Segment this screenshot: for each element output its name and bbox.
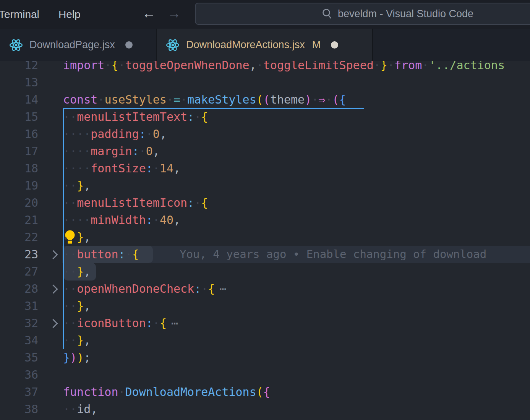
nav-back-icon[interactable]: ← bbox=[142, 0, 156, 29]
code-line-38[interactable]: 38··id, bbox=[0, 401, 530, 418]
code-line-17[interactable]: 17····margin:·0, bbox=[0, 143, 530, 160]
line-text: function·DownloadMoreActions({ bbox=[63, 383, 270, 401]
code-line-21[interactable]: 21····minWidth:·40, bbox=[0, 211, 530, 229]
line-text: ··}, bbox=[63, 297, 91, 315]
line-text: ··openWhenDoneCheck:·{⋯ bbox=[63, 280, 227, 297]
line-number[interactable]: 16 bbox=[0, 125, 38, 143]
line-text: ··iconButton:·{⋯ bbox=[63, 315, 179, 332]
line-text: ··}, bbox=[63, 263, 91, 280]
line-number[interactable]: 34 bbox=[0, 332, 38, 349]
editor[interactable]: You, 4 years ago • Enable changing of do… bbox=[0, 61, 530, 420]
react-icon bbox=[9, 38, 23, 52]
title-bar: Terminal Help ← → beveldm - Visual Studi… bbox=[0, 0, 530, 29]
code-line-23[interactable]: 23··button:·{ bbox=[0, 246, 530, 263]
menu-item-terminal[interactable]: Terminal bbox=[0, 0, 39, 29]
line-text: const·useStyles·=·makeStyles((theme)·⇒·(… bbox=[63, 91, 346, 108]
code-line-15[interactable]: 15··menuListItemText:·{ bbox=[0, 108, 530, 125]
line-number[interactable]: 31 bbox=[0, 297, 38, 315]
code-line-18[interactable]: 18····fontSize:·14, bbox=[0, 160, 530, 177]
line-number[interactable]: 27 bbox=[0, 263, 38, 280]
menu-item-help[interactable]: Help bbox=[58, 0, 81, 29]
line-text: ····minWidth:·40, bbox=[63, 211, 180, 229]
tab-modified-badge: M bbox=[312, 39, 321, 51]
fold-chevron-icon[interactable] bbox=[49, 319, 58, 328]
line-number[interactable]: 19 bbox=[0, 177, 38, 194]
code-line-28[interactable]: 28··openWhenDoneCheck:·{⋯ bbox=[0, 280, 530, 297]
line-number[interactable]: 32 bbox=[0, 315, 38, 332]
line-text: ··menuListItemIcon:·{ bbox=[63, 194, 208, 211]
code-line-27[interactable]: 27··}, bbox=[0, 263, 530, 280]
line-text: import·{·toggleOpenWhenDone,·toggleLimit… bbox=[63, 61, 505, 74]
fold-chevron-icon[interactable] bbox=[49, 284, 58, 294]
react-icon bbox=[166, 38, 180, 52]
line-text: ····padding:·0, bbox=[63, 125, 167, 143]
line-number[interactable]: 37 bbox=[0, 383, 38, 401]
line-text: ··id, bbox=[63, 401, 97, 418]
code-line-36[interactable]: 36 bbox=[0, 366, 530, 383]
code-line-13[interactable]: 13 bbox=[0, 74, 530, 91]
line-number[interactable]: 23 bbox=[0, 246, 38, 263]
line-number[interactable]: 15 bbox=[0, 108, 38, 125]
line-number[interactable]: 28 bbox=[0, 280, 38, 297]
line-number[interactable]: 21 bbox=[0, 211, 38, 229]
tab-dirty-dot[interactable] bbox=[125, 41, 133, 49]
code-line-20[interactable]: 20··menuListItemIcon:·{ bbox=[0, 194, 530, 211]
tab-dirty-dot[interactable] bbox=[331, 41, 338, 49]
line-number[interactable]: 18 bbox=[0, 160, 38, 177]
line-text: ··}, bbox=[63, 177, 91, 194]
nav-forward-icon[interactable]: → bbox=[167, 0, 181, 29]
line-number[interactable]: 20 bbox=[0, 194, 38, 211]
line-text: ··}, bbox=[63, 332, 91, 349]
line-number[interactable]: 14 bbox=[0, 91, 38, 108]
code-line-35[interactable]: 35})); bbox=[0, 349, 530, 366]
line-number[interactable]: 38 bbox=[0, 401, 38, 418]
line-text: ··menuListItemText:·{ bbox=[63, 108, 208, 125]
code-line-14[interactable]: 14const·useStyles·=·makeStyles((theme)·⇒… bbox=[0, 91, 530, 108]
tab-label: DownloadPage.jsx bbox=[29, 39, 115, 51]
tab-DownloadMoreActions.jsx[interactable]: DownloadMoreActions.jsxM bbox=[157, 29, 373, 61]
code-line-22[interactable]: 22··}, bbox=[0, 229, 530, 246]
line-text: ····margin:·0, bbox=[63, 143, 160, 160]
line-number[interactable]: 13 bbox=[0, 74, 38, 91]
code-line-16[interactable]: 16····padding:·0, bbox=[0, 125, 530, 143]
code-line-31[interactable]: 31··}, bbox=[0, 297, 530, 315]
code-line-34[interactable]: 34··}, bbox=[0, 332, 530, 349]
window-title-text: beveldm - Visual Studio Code bbox=[338, 8, 473, 20]
line-number[interactable]: 36 bbox=[0, 366, 38, 383]
line-number[interactable]: 35 bbox=[0, 349, 38, 366]
code-line-12[interactable]: 12import·{·toggleOpenWhenDone,·toggleLim… bbox=[0, 61, 530, 74]
line-text: ····fontSize:·14, bbox=[63, 160, 180, 177]
tab-DownloadPage.jsx[interactable]: DownloadPage.jsx bbox=[0, 29, 157, 61]
line-number[interactable]: 17 bbox=[0, 143, 38, 160]
line-text: })); bbox=[63, 349, 91, 366]
code-line-32[interactable]: 32··iconButton:·{⋯ bbox=[0, 315, 530, 332]
code-line-37[interactable]: 37function·DownloadMoreActions({ bbox=[0, 383, 530, 401]
tab-bar: DownloadPage.jsxDownloadMoreActions.jsxM bbox=[0, 29, 530, 61]
lightbulb-icon[interactable] bbox=[63, 229, 77, 245]
search-icon bbox=[321, 8, 333, 19]
fold-chevron-icon[interactable] bbox=[49, 250, 58, 259]
window-title-search[interactable]: beveldm - Visual Studio Code bbox=[195, 3, 530, 25]
line-text: ··button:·{ bbox=[63, 246, 139, 263]
tab-label: DownloadMoreActions.jsx bbox=[186, 39, 305, 51]
code-line-19[interactable]: 19··}, bbox=[0, 177, 530, 194]
line-number[interactable]: 12 bbox=[0, 61, 38, 74]
line-number[interactable]: 22 bbox=[0, 229, 38, 246]
